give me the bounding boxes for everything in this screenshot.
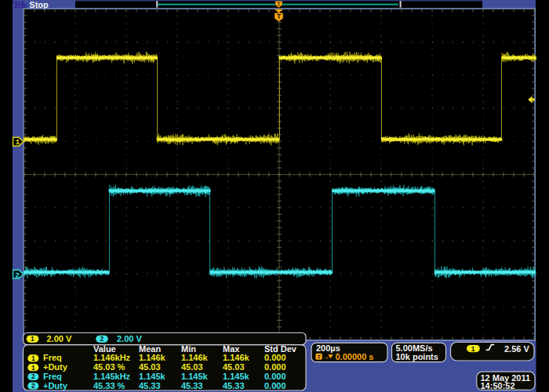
svg-text:45.03: 45.03 — [223, 362, 245, 372]
svg-text:2.00 V: 2.00 V — [117, 334, 142, 343]
svg-text:45.03 %: 45.03 % — [93, 362, 125, 372]
svg-text:2: 2 — [31, 382, 35, 390]
svg-text:0.000: 0.000 — [264, 362, 286, 372]
svg-text:1.145k: 1.145k — [223, 372, 250, 381]
svg-text:10k points: 10k points — [396, 352, 438, 361]
svg-text:T: T — [277, 2, 281, 7]
svg-text:2: 2 — [100, 335, 104, 343]
svg-text:1.145kHz: 1.145kHz — [93, 372, 131, 381]
svg-text:→: → — [322, 352, 330, 361]
svg-text:1: 1 — [31, 364, 35, 372]
svg-text:Value: Value — [93, 344, 116, 354]
svg-text:Min: Min — [181, 344, 196, 354]
svg-text:1.146k: 1.146k — [139, 353, 166, 362]
svg-text:45.33: 45.33 — [181, 381, 203, 390]
svg-text:Std Dev: Std Dev — [264, 344, 297, 354]
svg-text:2.00 V: 2.00 V — [47, 334, 72, 343]
svg-text:45.03: 45.03 — [181, 362, 203, 372]
svg-text:0.000: 0.000 — [264, 381, 286, 390]
svg-text:45.03: 45.03 — [139, 362, 161, 372]
svg-text:Stop: Stop — [29, 0, 49, 9]
svg-text:45.33 %: 45.33 % — [93, 381, 125, 390]
svg-text:+Duty: +Duty — [43, 381, 68, 390]
svg-text:0.000: 0.000 — [264, 372, 286, 381]
svg-text:Freq: Freq — [43, 353, 62, 362]
svg-text:2: 2 — [31, 372, 35, 380]
svg-text:1.145k: 1.145k — [139, 372, 166, 381]
svg-text:1.146kHz: 1.146kHz — [93, 353, 131, 362]
svg-text:1.146k: 1.146k — [181, 353, 209, 362]
svg-text:14:50:52: 14:50:52 — [481, 381, 515, 390]
svg-text:Max: Max — [223, 344, 240, 354]
svg-text:0.00000 s: 0.00000 s — [336, 352, 374, 361]
svg-text:1.145k: 1.145k — [181, 372, 209, 381]
svg-text:1: 1 — [31, 354, 35, 362]
svg-text:Mean: Mean — [139, 344, 161, 354]
svg-text:T: T — [318, 354, 322, 360]
svg-text:1.146k: 1.146k — [223, 353, 250, 362]
svg-text:1: 1 — [31, 335, 35, 343]
svg-text:+Duty: +Duty — [43, 362, 68, 372]
svg-text:Freq: Freq — [43, 372, 62, 381]
svg-text:T: T — [277, 13, 282, 20]
svg-text:1: 1 — [16, 137, 20, 146]
svg-text:0.000: 0.000 — [264, 353, 286, 362]
svg-text:1: 1 — [471, 345, 475, 353]
svg-text:45.33: 45.33 — [223, 381, 245, 390]
svg-text:45.33: 45.33 — [139, 381, 161, 390]
svg-text:2.56 V: 2.56 V — [504, 344, 529, 354]
svg-text:2: 2 — [16, 270, 20, 279]
